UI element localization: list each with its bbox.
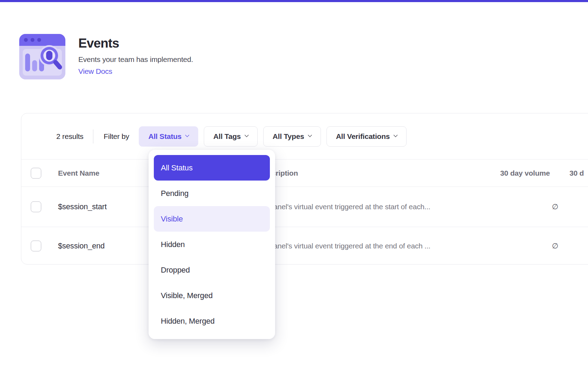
select-all-checkbox[interactable] [31,168,41,178]
top-accent-bar [0,0,588,2]
event-name-cell[interactable]: $session_start [58,202,107,211]
status-filter-label: All Status [148,132,181,141]
dropdown-item-hidden[interactable]: Hidden [154,232,270,257]
dropdown-item-pending[interactable]: Pending [154,181,270,206]
dropdown-item-hidden-merged[interactable]: Hidden, Merged [154,308,270,334]
dropdown-item-visible[interactable]: Visible [154,206,270,232]
tags-filter-button[interactable]: All Tags [204,126,258,147]
column-header-30-day-volume[interactable]: 30 day volume [455,169,550,177]
types-filter-label: All Types [273,132,304,141]
filter-toolbar: 2 results Filter by All Status All Tags … [21,113,588,160]
dropdown-item-all-status[interactable]: All Status [154,155,270,181]
types-filter-button[interactable]: All Types [263,126,321,147]
volume-cell: ∅ [504,242,558,250]
verifications-filter-button[interactable]: All Verifications [327,126,407,147]
description-cell: Mixpanel's virtual event triggered at th… [258,203,430,211]
status-filter-button[interactable]: All Status [139,126,198,147]
description-cell: Mixpanel's virtual event triggered at th… [258,242,430,250]
page-title: Events [78,36,193,50]
chevron-down-icon [308,133,312,137]
row-checkbox[interactable] [31,241,41,252]
verifications-filter-label: All Verifications [336,132,390,141]
results-count: 2 results [56,132,84,141]
toolbar-divider [93,129,93,143]
dropdown-item-visible-merged[interactable]: Visible, Merged [154,283,270,308]
table-row[interactable]: $session_start Mixpanel's virtual event … [21,187,588,227]
page-subtitle: Events your team has implemented. [78,55,193,64]
events-table-card: 2 results Filter by All Status All Tags … [21,113,588,265]
tags-filter-label: All Tags [213,132,241,141]
page-header: Events Events your team has implemented.… [19,34,193,79]
table-header-row: Event Name Description 30 day volume 30 … [21,160,588,187]
chevron-down-icon [393,133,398,137]
chevron-down-icon [244,133,249,137]
column-header-30-day-truncated: 30 d [569,169,584,177]
event-name-cell[interactable]: $session_end [58,241,105,251]
filter-by-label: Filter by [104,132,129,141]
view-docs-link[interactable]: View Docs [78,67,193,76]
status-dropdown-menu: All Status Pending Visible Hidden Droppe… [149,150,275,339]
column-header-event-name[interactable]: Event Name [58,169,99,177]
table-row[interactable]: $session_end Mixpanel's virtual event tr… [21,227,588,265]
volume-cell: ∅ [504,203,558,211]
row-checkbox[interactable] [31,202,41,212]
chevron-down-icon [185,133,189,137]
dropdown-item-dropped[interactable]: Dropped [154,257,270,283]
events-illustration-icon [19,34,65,79]
